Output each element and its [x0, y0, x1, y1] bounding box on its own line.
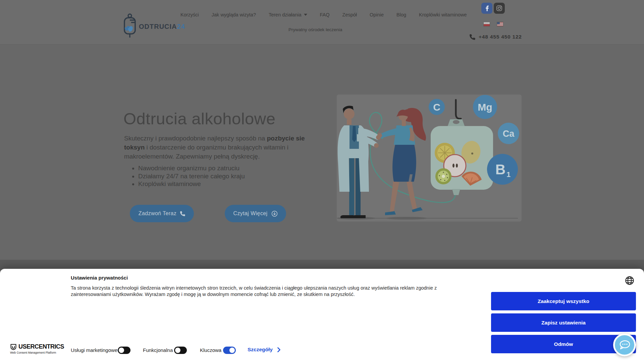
- hero-title: Odtrucia alkoholowe: [123, 109, 275, 128]
- bullet-item: Kroplówki witaminowe: [138, 180, 245, 188]
- phone-number: +48 455 450 122: [479, 34, 522, 40]
- nav-item-kroplowki-witaminowe[interactable]: Kroplówki witaminowe: [419, 12, 467, 17]
- header-phone-link[interactable]: +48 455 450 122: [470, 34, 522, 40]
- page: ODTRUCIA24 Korzyści Jak wygląda wizyta? …: [0, 0, 644, 362]
- nav-item-korzysci[interactable]: Korzyści: [180, 12, 199, 17]
- svg-text:1: 1: [506, 170, 511, 179]
- vitamin-bubble-ca: Ca: [498, 123, 519, 144]
- toggle-label-essential: Kluczowa: [200, 347, 221, 353]
- site-header: ODTRUCIA24 Korzyści Jak wygląda wizyta? …: [0, 0, 644, 45]
- bullet-item: Nawodnienie organizmu po zatruciu: [138, 164, 245, 172]
- nav-item-opinie[interactable]: Opinie: [370, 12, 384, 17]
- cookie-banner: Ustawienia prywatności Ta strona korzyst…: [0, 269, 644, 362]
- svg-text:C: C: [433, 102, 440, 113]
- language-us-flag[interactable]: [497, 22, 503, 26]
- brand-name: ODTRUCIA24: [139, 23, 185, 31]
- chat-bubble-icon: [619, 340, 631, 350]
- toggle-knob: [229, 348, 235, 353]
- nav-item-blog[interactable]: Blog: [396, 12, 406, 17]
- chat-widget-button[interactable]: [613, 334, 636, 356]
- svg-text:B: B: [495, 162, 505, 177]
- save-settings-button[interactable]: Zapisz ustawienia: [491, 313, 636, 332]
- privacy-title: Ustawienia prywatności: [71, 275, 128, 281]
- next-section-edge: [0, 260, 644, 270]
- usercentrics-shield-icon: [10, 344, 17, 350]
- toggle-functional[interactable]: [174, 347, 187, 354]
- nav-item-jak-wyglada-wizyta[interactable]: Jak wygląda wizyta?: [212, 12, 256, 17]
- nav-item-teren-dzialania[interactable]: Teren działania: [269, 12, 307, 17]
- phone-icon: [470, 34, 475, 40]
- main-nav: Korzyści Jak wygląda wizyta? Teren dział…: [180, 12, 467, 17]
- toggle-essential[interactable]: [223, 347, 236, 354]
- language-pl-flag[interactable]: [484, 22, 490, 26]
- call-now-button[interactable]: Zadzwoń Teraz: [130, 205, 194, 222]
- iv-bag-logo-icon: [123, 13, 136, 40]
- vitamin-bubble-b1: B 1: [487, 154, 518, 185]
- hero-paragraph: Skuteczny i prawdopodobnie najlepszy spo…: [124, 134, 325, 161]
- facebook-button[interactable]: [481, 3, 492, 14]
- toggle-knob: [175, 348, 180, 353]
- brand-logo[interactable]: ODTRUCIA24: [123, 13, 185, 40]
- chevron-right-icon: [277, 347, 280, 352]
- vitamin-bubble-c: C: [429, 99, 445, 115]
- chevron-down-icon: [304, 14, 307, 16]
- language-globe-button[interactable]: [625, 276, 635, 286]
- vitamin-bubble-mg: Mg: [473, 95, 497, 119]
- toggle-marketing[interactable]: [118, 347, 130, 354]
- instagram-button[interactable]: [494, 3, 505, 14]
- usercentrics-logo[interactable]: USERCENTRICS Web Consent Management Plat…: [10, 343, 64, 354]
- hero-illustration: C Mg Ca B 1: [337, 95, 522, 222]
- phone-icon: [180, 211, 185, 216]
- read-more-button[interactable]: Czytaj Więcej: [225, 205, 286, 222]
- vendor-subtitle: Web Consent Management Platform: [10, 351, 64, 354]
- toggle-label-functional: Funkcjonalna: [143, 347, 173, 353]
- privacy-description: Ta strona korzysta z technologii śledzen…: [71, 285, 457, 298]
- toggle-label-marketing: Usługi marketingowe: [71, 347, 117, 353]
- nav-item-prywatny-osrodek[interactable]: Prywatny ośrodek leczenia: [288, 27, 342, 32]
- accept-all-button[interactable]: Zaakceptuj wszystko: [491, 292, 636, 310]
- hero-bullet-list: Nawodnienie organizmu po zatruciu Działa…: [138, 164, 245, 188]
- svg-text:Ca: Ca: [503, 129, 515, 139]
- instagram-icon: [496, 5, 502, 11]
- facebook-icon: [484, 5, 490, 11]
- arrow-down-circle-icon: [271, 210, 278, 217]
- globe-icon: [625, 276, 635, 286]
- svg-text:Mg: Mg: [478, 102, 492, 113]
- vendor-name: USERCENTRICS: [18, 343, 64, 350]
- nav-item-zespol[interactable]: Zespół: [342, 12, 357, 17]
- toggle-knob: [119, 348, 124, 353]
- bullet-item: Działamy 24/7 na terenie całego kraju: [138, 172, 245, 180]
- nav-item-faq[interactable]: FAQ: [320, 12, 330, 17]
- details-link[interactable]: Szczegóły: [248, 347, 280, 353]
